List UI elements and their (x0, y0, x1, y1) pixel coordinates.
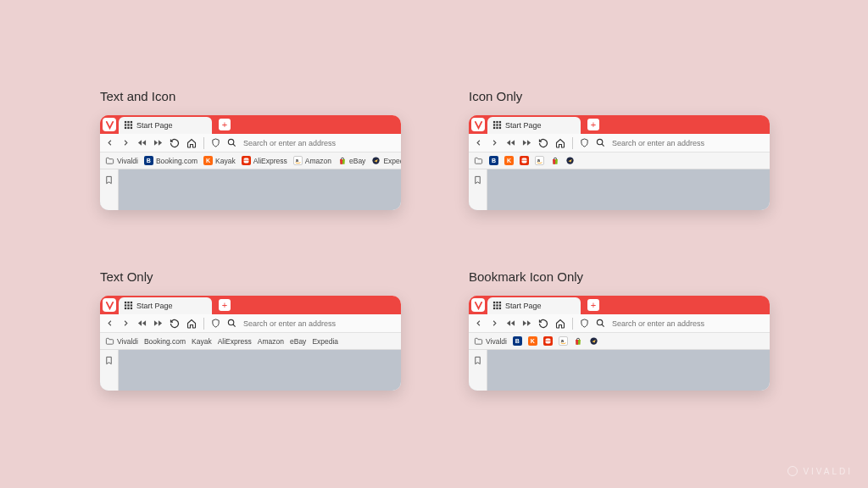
bookmark-item[interactable]: eBay (290, 337, 306, 346)
bookmark-item[interactable]: KKayak (203, 156, 236, 165)
bookmark-item[interactable]: a (535, 156, 544, 165)
bookmark-item[interactable] (550, 156, 559, 165)
bookmark-item[interactable]: aAmazon (293, 156, 331, 165)
bookmark-favicon: B (489, 156, 498, 165)
new-tab-button[interactable]: + (219, 299, 231, 311)
vivaldi-menu-button[interactable] (469, 296, 487, 314)
svg-point-13 (228, 139, 233, 144)
home-button[interactable] (555, 138, 565, 148)
shield-icon[interactable] (580, 319, 589, 328)
bookmark-item[interactable]: K (528, 336, 537, 346)
svg-rect-53 (496, 304, 498, 306)
reload-button[interactable] (170, 319, 180, 329)
rewind-button[interactable] (137, 138, 147, 147)
bookmark-item[interactable] (589, 336, 598, 346)
vivaldi-menu-button[interactable] (469, 115, 487, 134)
bookmark-favicon: K (528, 336, 537, 346)
rewind-button[interactable] (137, 319, 147, 328)
bookmark-item[interactable]: Amazon (258, 337, 284, 346)
active-tab[interactable]: Start Page (119, 117, 212, 134)
bookmark-item[interactable] (565, 156, 575, 165)
bookmark-label: Vivaldi (117, 157, 138, 165)
bookmarks-panel-icon[interactable] (473, 173, 482, 188)
svg-line-48 (233, 324, 236, 327)
bookmark-item[interactable]: Expedia (371, 156, 401, 165)
new-tab-area: + (215, 296, 234, 314)
address-bar (469, 134, 770, 152)
bookmark-favicon: a (535, 156, 544, 165)
bookmark-item[interactable]: Vivaldi (105, 336, 138, 346)
bookmarks-panel-icon[interactable] (104, 173, 114, 188)
shield-icon[interactable] (211, 138, 220, 147)
reload-button[interactable] (170, 138, 180, 148)
fast-forward-button[interactable] (522, 138, 531, 147)
bookmark-item[interactable] (520, 156, 529, 165)
vivaldi-menu-button[interactable] (100, 296, 119, 314)
bookmark-item[interactable]: Expedia (312, 337, 338, 346)
bookmark-item[interactable]: a (559, 336, 568, 346)
bookmark-item[interactable]: Kayak (192, 337, 212, 346)
back-button[interactable] (105, 138, 114, 147)
svg-rect-25 (499, 127, 501, 129)
svg-rect-56 (496, 308, 498, 309)
shield-icon[interactable] (211, 319, 220, 328)
address-input[interactable] (612, 139, 765, 147)
bookmark-bar: BKa (469, 152, 770, 169)
active-tab[interactable]: Start Page (487, 297, 581, 314)
fast-forward-button[interactable] (153, 138, 163, 147)
new-tab-button[interactable]: + (219, 119, 231, 130)
back-button[interactable] (474, 319, 483, 328)
active-tab[interactable]: Start Page (487, 117, 581, 134)
svg-marker-12 (154, 140, 158, 145)
fast-forward-button[interactable] (153, 319, 163, 328)
rewind-button[interactable] (506, 138, 515, 147)
active-tab[interactable]: Start Page (119, 297, 212, 314)
shield-icon[interactable] (580, 138, 589, 147)
new-tab-button[interactable]: + (587, 119, 599, 130)
bookmark-bar: VivaldiBKa (469, 333, 770, 350)
bookmark-favicon (543, 336, 553, 346)
speed-dial-icon (492, 118, 502, 133)
address-input[interactable] (243, 139, 396, 147)
svg-marker-9 (138, 140, 142, 145)
side-panel (100, 169, 119, 210)
bookmark-item[interactable]: Vivaldi (105, 156, 138, 165)
bookmark-item[interactable]: BBooking.com (144, 156, 198, 165)
bookmark-item[interactable]: AliExpress (218, 337, 252, 346)
bookmark-item[interactable]: B (513, 336, 522, 346)
address-input[interactable] (243, 319, 396, 328)
reload-button[interactable] (538, 138, 548, 148)
home-button[interactable] (186, 138, 197, 148)
bookmark-item[interactable] (574, 336, 583, 346)
vivaldi-menu-button[interactable] (100, 115, 119, 134)
svg-rect-54 (499, 304, 501, 306)
bookmark-favicon (589, 336, 598, 346)
bookmark-item[interactable]: Booking.com (144, 337, 186, 346)
bookmark-item[interactable] (543, 336, 553, 346)
forward-button[interactable] (490, 319, 499, 328)
bookmarks-panel-icon[interactable] (473, 353, 482, 369)
fast-forward-button[interactable] (522, 319, 531, 328)
back-button[interactable] (474, 138, 483, 147)
rewind-button[interactable] (506, 319, 515, 328)
address-input[interactable] (612, 319, 765, 328)
home-button[interactable] (186, 319, 197, 329)
back-button[interactable] (105, 319, 114, 328)
vivaldi-ring-icon (787, 466, 798, 476)
bookmark-item[interactable]: K (504, 156, 514, 165)
bookmark-item[interactable]: Vivaldi (474, 336, 507, 346)
forward-button[interactable] (121, 138, 131, 147)
forward-button[interactable] (490, 138, 499, 147)
new-tab-button[interactable]: + (587, 299, 599, 311)
bookmark-item[interactable]: AliExpress (242, 156, 287, 165)
bookmark-item[interactable]: eBay (337, 156, 365, 165)
bookmark-favicon (371, 156, 381, 165)
home-button[interactable] (555, 319, 565, 329)
forward-button[interactable] (121, 319, 131, 328)
bookmarks-panel-icon[interactable] (104, 353, 114, 369)
bookmark-favicon (105, 336, 114, 346)
reload-button[interactable] (538, 319, 548, 329)
bookmark-item[interactable]: B (489, 156, 498, 165)
vivaldi-logo-icon (103, 118, 116, 131)
bookmark-item[interactable] (474, 156, 483, 165)
